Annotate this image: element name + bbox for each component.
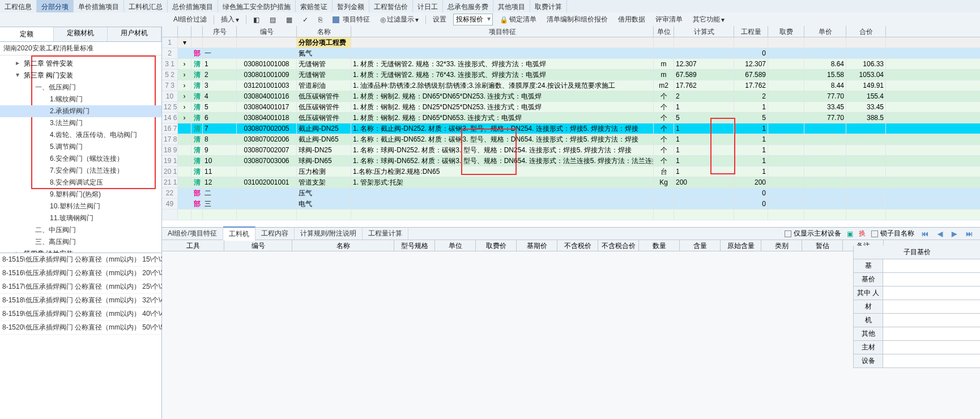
bottom-col-7[interactable]: 不含税价	[557, 240, 598, 251]
nav-last-icon[interactable]: ⏭	[964, 230, 974, 238]
mat-tab-0[interactable]: 定额	[0, 26, 54, 41]
bottom-tab-1[interactable]: 工料机	[223, 226, 255, 241]
tool-icon-3[interactable]: ▦	[283, 15, 296, 25]
bottom-col-0[interactable]: 工具	[162, 240, 224, 251]
quota-row-0[interactable]: 8-1515\低压承插焊阀门 公称直径（mm以内） 15\个\31.2	[0, 253, 161, 267]
bottom-col-8[interactable]: 不含税合价	[598, 240, 639, 251]
tool-icon-2[interactable]: ▤	[266, 15, 279, 25]
col-total[interactable]: 合价	[846, 26, 886, 37]
grid-row-8[interactable]: 16 7清7030807002005截止阀-DN251. 名称：截止阀-DN25…	[162, 123, 980, 134]
ai-filter-button[interactable]: AI组价过滤	[170, 14, 210, 25]
quota-row-1[interactable]: 8-1516\低压承插焊阀门 公称直径（mm以内） 20\个\34.0	[0, 267, 161, 280]
grid-row-12[interactable]: 20 11清11压力检测1.名称:压力检测2.规格:DN65台11	[162, 166, 980, 177]
quota-row-4[interactable]: 8-1519\低压承插焊阀门 公称直径（mm以内） 40\个\47.8	[0, 307, 161, 321]
top-tab-9[interactable]: 计日工	[413, 0, 443, 13]
bottom-col-13[interactable]: 暂估	[802, 240, 843, 251]
bottom-col-5[interactable]: 取费价	[476, 240, 517, 251]
project-feature-button[interactable]: 项目特征	[329, 14, 373, 25]
col-code[interactable]: 编号	[237, 26, 297, 37]
other-func-button[interactable]: 其它功能 ▾	[689, 14, 728, 25]
tool-icon-1[interactable]: ◧	[250, 15, 263, 25]
col-seq[interactable]: 序号	[203, 26, 237, 37]
lock-list-button[interactable]: 🔒锁定清单	[496, 14, 540, 25]
bottom-col-6[interactable]: 基期价	[517, 240, 557, 251]
review-list-button[interactable]: 评审清单	[652, 14, 686, 25]
top-tab-10[interactable]: 总承包服务费	[443, 0, 493, 13]
grid-row-13[interactable]: 21 12清12031002001001管道支架1. 管架形式:托架Kg2002…	[162, 177, 980, 188]
tree-node-8[interactable]: 6.安全阀门（螺纹连接）	[0, 153, 161, 165]
grid-row-10[interactable]: 18 9清9030807002007球阀-DN251. 名称：球阀-DN252.…	[162, 145, 980, 156]
tree-node-16[interactable]: 第四章 法兰安装	[0, 248, 161, 253]
top-tab-8[interactable]: 工程暂估价	[369, 0, 413, 13]
tree-node-14[interactable]: 二、中压阀门	[0, 224, 161, 236]
quote-type-dropdown[interactable]: 投标报价	[453, 14, 493, 25]
tree-node-1[interactable]: 第三章 阀门安装	[0, 70, 161, 82]
mat-tab-1[interactable]: 定额材机	[54, 26, 108, 41]
tree-node-13[interactable]: 11.玻璃钢阀门	[0, 212, 161, 224]
tree-node-2[interactable]: 一、低压阀门	[0, 82, 161, 93]
grid-row-3[interactable]: 5 2›清2030801001009无缝钢管1. 材质：无缝钢管2. 规格：76…	[162, 70, 980, 80]
mat-tab-2[interactable]: 用户材机	[108, 26, 161, 41]
quota-row-5[interactable]: 8-1520\低压承插焊阀门 公称直径（mm以内） 50\个\55.2	[0, 321, 161, 335]
tree-node-3[interactable]: 1.螺纹阀门	[0, 93, 161, 105]
top-tab-1[interactable]: 分部分项	[37, 0, 74, 13]
swap-icon[interactable]: ▣	[847, 230, 853, 238]
insert-button[interactable]: 插入 ▾	[218, 14, 242, 25]
nav-next-icon[interactable]: ▶	[950, 230, 958, 238]
quota-row-3[interactable]: 8-1518\低压承插焊阀门 公称直径（mm以内） 32\个\43.8	[0, 294, 161, 307]
lock-subitem-checkbox[interactable]: 锁子目名称	[871, 229, 914, 238]
grid-row-16[interactable]	[162, 210, 980, 220]
top-tab-11[interactable]: 其他项目	[493, 0, 530, 13]
tree-node-4[interactable]: 2.承插焊阀门	[0, 105, 161, 117]
tree-node-15[interactable]: 三、高压阀门	[0, 236, 161, 248]
grid-row-1[interactable]: 2部一氮气0	[162, 48, 980, 59]
quota-row-2[interactable]: 8-1517\低压承插焊阀门 公称直径（mm以内） 25\个\37.6	[0, 280, 161, 294]
col-qty[interactable]: 工程量	[734, 26, 768, 37]
col-name[interactable]: 名称	[297, 26, 351, 37]
tree-node-12[interactable]: 10.塑料法兰阀门	[0, 200, 161, 212]
col-calc[interactable]: 计算式	[674, 26, 734, 37]
col-feat[interactable]: 项目特征	[351, 26, 654, 37]
top-tab-2[interactable]: 单价措施项目	[74, 0, 124, 13]
grid-row-14[interactable]: 22部二压气0	[162, 188, 980, 199]
tree-node-9[interactable]: 7.安全阀门（法兰连接）	[0, 165, 161, 177]
bottom-col-2[interactable]: 名称	[292, 240, 394, 251]
top-tab-12[interactable]: 取费计算	[530, 0, 567, 13]
bottom-col-11[interactable]: 原始含量	[721, 240, 761, 251]
nav-first-icon[interactable]: ⏮	[920, 230, 930, 238]
grid-row-7[interactable]: 14 6›清6030804001018低压碳钢管件1. 材质：钢制2. 规格：D…	[162, 113, 980, 123]
tree-node-5[interactable]: 3.法兰阀门	[0, 117, 161, 129]
only-main-checkbox[interactable]: 仅显示主材设备	[785, 229, 841, 238]
filter-display-button[interactable]: ◎ 过滤显示 ▾	[377, 14, 422, 25]
grid-row-6[interactable]: 12 5›清5030804001017低压碳钢管件1. 材质：钢制2. 规格：D…	[162, 102, 980, 113]
top-tab-5[interactable]: 绿色施工安全防护措施	[218, 0, 296, 13]
tree-node-7[interactable]: 5.调节阀门	[0, 141, 161, 153]
col-fee[interactable]: 取费	[768, 26, 804, 37]
tree-node-0[interactable]: 第二章 管件安装	[0, 58, 161, 70]
tree-node-11[interactable]: 9.塑料阀门(热熔)	[0, 189, 161, 200]
bottom-tab-3[interactable]: 计算规则/附注说明	[295, 227, 363, 240]
grid-row-4[interactable]: 7 3›清3031201001003管道刷油1. 油漆品种:防锈漆;2.除锈级别…	[162, 80, 980, 91]
grid-row-9[interactable]: 17 8清8030807002006截止阀-DN651. 名称：截止阀-DN65…	[162, 134, 980, 145]
swap-button[interactable]: 换	[859, 229, 866, 238]
nav-prev-icon[interactable]: ◀	[936, 230, 944, 238]
grid-row-15[interactable]: 49部三电气0	[162, 199, 980, 210]
bottom-col-3[interactable]: 型号规格	[394, 240, 435, 251]
bottom-col-1[interactable]: 编号	[224, 240, 292, 251]
tree-node-6[interactable]: 4.齿轮、液压传动、电动阀门	[0, 129, 161, 141]
bottom-col-4[interactable]: 单位	[435, 240, 476, 251]
bottom-col-12[interactable]: 类别	[761, 240, 802, 251]
edit-quote-button[interactable]: 清单编制和组价报价	[543, 14, 611, 25]
bottom-tab-0[interactable]: AI组价/项目特征	[162, 227, 223, 240]
grid-row-11[interactable]: 19 10清10030807003006球阀-DN651. 名称：球阀-DN65…	[162, 156, 980, 166]
tree-node-10[interactable]: 8.安全阀调试定压	[0, 177, 161, 189]
borrow-data-button[interactable]: 借用数据	[615, 14, 649, 25]
bottom-tab-4[interactable]: 工程量计算	[363, 227, 408, 240]
top-tab-6[interactable]: 索赔签证	[296, 0, 333, 13]
bottom-tab-2[interactable]: 工程内容	[255, 227, 295, 240]
top-tab-4[interactable]: 总价措施项目	[168, 0, 218, 13]
col-unit[interactable]: 单位	[654, 26, 674, 37]
grid-row-5[interactable]: 10›清4030804001016低压碳钢管件1. 材质：钢制2. 规格：DN6…	[162, 91, 980, 102]
top-tab-3[interactable]: 工料机汇总	[124, 0, 168, 13]
grid-row-0[interactable]: 1▾分部分项工程费	[162, 37, 980, 48]
